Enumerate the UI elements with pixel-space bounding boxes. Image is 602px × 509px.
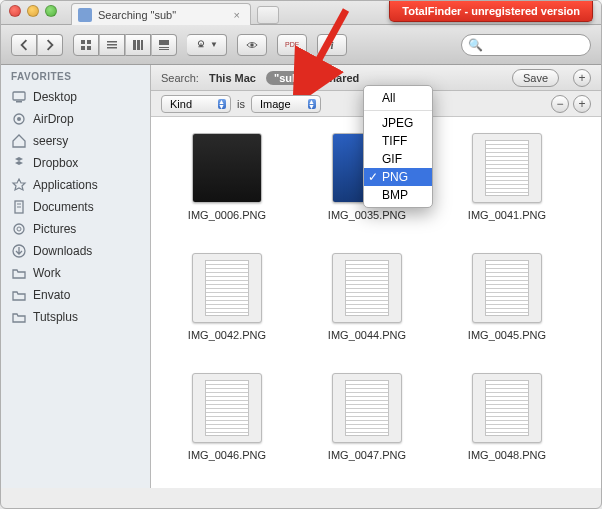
svg-rect-6 bbox=[107, 47, 117, 49]
dropdown-item-gif[interactable]: GIF bbox=[364, 150, 432, 168]
sidebar-item-pictures[interactable]: Pictures bbox=[1, 218, 150, 240]
svg-rect-11 bbox=[159, 47, 169, 48]
svg-rect-8 bbox=[137, 40, 140, 50]
file-name: IMG_0045.PNG bbox=[468, 329, 546, 341]
folder-icon bbox=[11, 287, 27, 303]
nav-buttons bbox=[11, 34, 63, 56]
criteria-attribute-label: Kind bbox=[170, 98, 192, 110]
filetype-dropdown[interactable]: AllJPEGTIFFGIFPNGBMP bbox=[363, 85, 433, 208]
sidebar-item-downloads[interactable]: Downloads bbox=[1, 240, 150, 262]
file-thumbnail bbox=[192, 373, 262, 443]
dropdown-item-png[interactable]: PNG bbox=[364, 168, 432, 186]
add-scope-button[interactable]: + bbox=[573, 69, 591, 87]
criteria-value-popup[interactable]: Image ▲▼ bbox=[251, 95, 321, 113]
sidebar-item-dropbox[interactable]: Dropbox bbox=[1, 152, 150, 174]
criteria-attribute-popup[interactable]: Kind ▲▼ bbox=[161, 95, 231, 113]
svg-point-22 bbox=[17, 227, 21, 231]
svg-rect-10 bbox=[159, 40, 169, 45]
sidebar-item-seersy[interactable]: seersy bbox=[1, 130, 150, 152]
sidebar-item-label: Downloads bbox=[33, 244, 92, 258]
icon-view-button[interactable] bbox=[73, 34, 99, 56]
zoom-window-button[interactable] bbox=[45, 5, 57, 17]
file-item[interactable]: IMG_0046.PNG bbox=[157, 367, 297, 487]
new-tab-button[interactable] bbox=[257, 6, 279, 24]
forward-button[interactable] bbox=[37, 34, 63, 56]
file-item[interactable] bbox=[157, 487, 297, 488]
search-input[interactable] bbox=[487, 39, 584, 51]
remove-criteria-button[interactable]: − bbox=[551, 95, 569, 113]
finder-window: TotalFinder - unregistered version Searc… bbox=[0, 0, 602, 509]
pdf-button[interactable]: PDF bbox=[277, 34, 307, 56]
dropdown-item-jpeg[interactable]: JPEG bbox=[364, 114, 432, 132]
tab-title: Searching "sub" bbox=[98, 9, 176, 21]
info-button[interactable]: i bbox=[317, 34, 347, 56]
sidebar-item-label: Work bbox=[33, 266, 61, 280]
sidebar-item-desktop[interactable]: Desktop bbox=[1, 86, 150, 108]
column-view-button[interactable] bbox=[125, 34, 151, 56]
quicklook-button[interactable] bbox=[237, 34, 267, 56]
file-name: IMG_0044.PNG bbox=[328, 329, 406, 341]
sidebar-item-label: Applications bbox=[33, 178, 98, 192]
file-item[interactable] bbox=[437, 487, 577, 488]
svg-rect-7 bbox=[133, 40, 136, 50]
back-button[interactable] bbox=[11, 34, 37, 56]
list-view-button[interactable] bbox=[99, 34, 125, 56]
home-icon bbox=[11, 133, 27, 149]
sidebar-item-work[interactable]: Work bbox=[1, 262, 150, 284]
tab-searching[interactable]: Searching "sub" × bbox=[71, 3, 251, 25]
file-item[interactable]: IMG_0006.PNG bbox=[157, 127, 297, 247]
desktop-icon bbox=[11, 89, 27, 105]
svg-rect-14 bbox=[13, 92, 25, 100]
sidebar-item-envato[interactable]: Envato bbox=[1, 284, 150, 306]
dropdown-item-bmp[interactable]: BMP bbox=[364, 186, 432, 204]
pictures-icon bbox=[11, 221, 27, 237]
file-thumbnail bbox=[472, 373, 542, 443]
file-name: IMG_0046.PNG bbox=[188, 449, 266, 461]
sidebar-item-label: AirDrop bbox=[33, 112, 74, 126]
minimize-window-button[interactable] bbox=[27, 5, 39, 17]
toolbar: ▼ PDF i 🔍 bbox=[1, 25, 601, 65]
sidebar-header-favorites: FAVORITES bbox=[1, 65, 150, 86]
search-field[interactable]: 🔍 bbox=[461, 34, 591, 56]
file-thumbnail bbox=[472, 133, 542, 203]
sidebar-item-label: seersy bbox=[33, 134, 68, 148]
file-thumbnail bbox=[332, 253, 402, 323]
sidebar-item-label: Desktop bbox=[33, 90, 77, 104]
file-item[interactable]: IMG_0044.PNG bbox=[297, 247, 437, 367]
sidebar-item-applications[interactable]: Applications bbox=[1, 174, 150, 196]
file-item[interactable]: IMG_0048.PNG bbox=[437, 367, 577, 487]
sidebar-item-label: Dropbox bbox=[33, 156, 78, 170]
dropdown-item-all[interactable]: All bbox=[364, 89, 432, 107]
svg-rect-5 bbox=[107, 44, 117, 46]
sidebar-item-airdrop[interactable]: AirDrop bbox=[1, 108, 150, 130]
folder-icon bbox=[11, 309, 27, 325]
file-item[interactable]: IMG_0045.PNG bbox=[437, 247, 577, 367]
add-criteria-button[interactable]: + bbox=[573, 95, 591, 113]
scope-shared[interactable]: Shared bbox=[322, 72, 359, 84]
svg-point-21 bbox=[14, 224, 24, 234]
file-item[interactable]: IMG_0042.PNG bbox=[157, 247, 297, 367]
file-item[interactable] bbox=[297, 487, 437, 488]
file-thumbnail bbox=[332, 373, 402, 443]
tab-close-icon[interactable]: × bbox=[234, 9, 240, 21]
save-search-button[interactable]: Save bbox=[512, 69, 559, 87]
file-item[interactable]: IMG_0047.PNG bbox=[297, 367, 437, 487]
criteria-value-label: Image bbox=[260, 98, 291, 110]
sidebar-item-label: Envato bbox=[33, 288, 70, 302]
sidebar: FAVORITES DesktopAirDropseersyDropboxApp… bbox=[1, 65, 151, 488]
sidebar-item-documents[interactable]: Documents bbox=[1, 196, 150, 218]
file-name: IMG_0041.PNG bbox=[468, 209, 546, 221]
svg-rect-15 bbox=[16, 101, 22, 103]
scope-this-mac[interactable]: This Mac bbox=[209, 72, 256, 84]
scope-sub[interactable]: "sub" bbox=[266, 71, 312, 85]
action-menu-button[interactable]: ▼ bbox=[187, 34, 227, 56]
close-window-button[interactable] bbox=[9, 5, 21, 17]
file-item[interactable]: IMG_0041.PNG bbox=[437, 127, 577, 247]
sidebar-item-tutsplus[interactable]: Tutsplus bbox=[1, 306, 150, 328]
coverflow-view-button[interactable] bbox=[151, 34, 177, 56]
search-label: Search: bbox=[161, 72, 199, 84]
unregistered-banner[interactable]: TotalFinder - unregistered version bbox=[389, 1, 593, 22]
svg-rect-4 bbox=[107, 41, 117, 43]
svg-rect-3 bbox=[87, 46, 91, 50]
dropdown-item-tiff[interactable]: TIFF bbox=[364, 132, 432, 150]
